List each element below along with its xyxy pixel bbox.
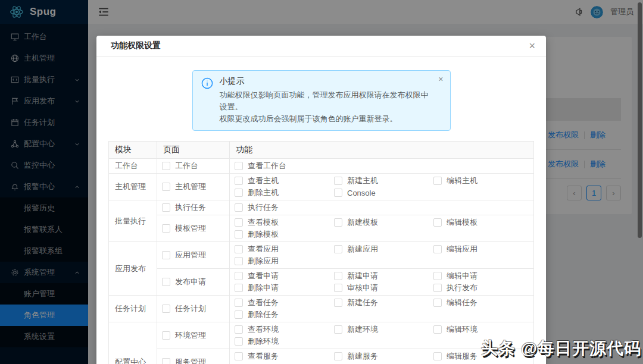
checkbox-icon[interactable] xyxy=(235,299,243,307)
checkbox-icon[interactable] xyxy=(235,272,243,280)
function-checkbox[interactable]: 删除环境 xyxy=(235,336,334,347)
function-checkbox[interactable]: 新建模板 xyxy=(334,217,433,228)
function-checkbox[interactable]: 查看工作台 xyxy=(235,161,334,171)
checkbox-icon[interactable] xyxy=(334,189,342,197)
function-checkbox[interactable]: 编辑任务 xyxy=(433,297,529,308)
checkbox-icon[interactable] xyxy=(433,272,442,280)
checkbox-icon[interactable] xyxy=(433,245,442,253)
function-checkbox[interactable]: 查看应用 xyxy=(235,244,334,255)
checkbox-label: 新建任务 xyxy=(347,297,378,308)
module-cell-4: 任务计划 xyxy=(109,296,157,322)
checkbox-icon[interactable] xyxy=(162,224,170,233)
function-checkbox[interactable]: 查看任务 xyxy=(235,297,334,308)
module-cell-5: 配置中心 xyxy=(109,322,157,364)
checkbox-icon[interactable] xyxy=(162,358,170,364)
checkbox-icon[interactable] xyxy=(334,299,342,307)
modal-close-icon[interactable]: × xyxy=(529,39,535,52)
checkbox-icon[interactable] xyxy=(334,177,342,185)
checkbox-icon[interactable] xyxy=(433,352,442,360)
checkbox-icon[interactable] xyxy=(433,284,442,292)
page-checkbox[interactable]: 工作台 xyxy=(162,161,198,171)
function-checkbox[interactable]: 新建任务 xyxy=(334,297,433,308)
checkbox-icon[interactable] xyxy=(334,325,342,334)
function-checkbox[interactable]: 编辑申请 xyxy=(433,271,529,281)
checkbox-icon[interactable] xyxy=(433,177,442,185)
checkbox-icon[interactable] xyxy=(162,251,170,259)
checkbox-icon[interactable] xyxy=(162,278,170,286)
function-checkbox[interactable]: 编辑模板 xyxy=(433,217,529,228)
checkbox-icon[interactable] xyxy=(235,257,243,265)
checkbox-icon[interactable] xyxy=(235,310,243,319)
checkbox-icon[interactable] xyxy=(334,284,342,292)
checkbox-icon[interactable] xyxy=(235,284,243,292)
checkbox-icon[interactable] xyxy=(235,203,243,212)
checkbox-label: 查看主机 xyxy=(248,175,279,186)
function-checkbox[interactable]: 查看模板 xyxy=(235,217,334,228)
checkbox-icon[interactable] xyxy=(235,352,243,360)
function-grid: 查看任务新建任务编辑任务删除任务 xyxy=(235,297,529,321)
page-checkbox[interactable]: 发布申请 xyxy=(162,277,206,287)
function-checkbox[interactable]: 删除模板 xyxy=(235,229,334,240)
function-checkbox[interactable]: 新建主机 xyxy=(334,175,433,186)
checkbox-icon[interactable] xyxy=(235,337,243,346)
checkbox-icon[interactable] xyxy=(334,245,342,253)
permission-modal: 功能权限设置 × 小提示 功能权限仅影响页面功能，管理发布应用权限请在发布权限中… xyxy=(96,36,546,364)
checkbox-icon[interactable] xyxy=(334,272,342,280)
table-row: 应用发布应用管理查看应用新建应用编辑应用删除应用 xyxy=(109,242,534,269)
checkbox-icon[interactable] xyxy=(433,299,442,307)
function-checkbox[interactable]: 新建服务 xyxy=(334,351,433,362)
checkbox-icon[interactable] xyxy=(235,245,243,253)
page-checkbox[interactable]: 执行任务 xyxy=(162,202,206,213)
checkbox-icon[interactable] xyxy=(235,325,243,334)
info-alert: 小提示 功能权限仅影响页面功能，管理发布应用权限请在发布权限中设置。 权限更改成… xyxy=(192,70,451,131)
function-checkbox[interactable]: 删除任务 xyxy=(235,309,334,320)
page-checkbox[interactable]: 模板管理 xyxy=(162,223,206,234)
checkbox-icon[interactable] xyxy=(235,230,243,239)
checkbox-icon[interactable] xyxy=(235,189,243,197)
permission-table-body: 工作台工作台查看工作台主机管理主机管理查看主机新建主机编辑主机删除主机Conso… xyxy=(109,159,534,364)
function-checkbox[interactable]: Console xyxy=(334,187,433,198)
page-checkbox[interactable]: 任务计划 xyxy=(162,303,206,314)
function-checkbox[interactable]: 新建应用 xyxy=(334,244,433,255)
function-checkbox[interactable]: 新建环境 xyxy=(334,324,433,335)
function-checkbox[interactable]: 删除申请 xyxy=(235,283,334,293)
function-checkbox[interactable]: 审核申请 xyxy=(334,283,433,293)
function-checkbox[interactable]: 执行任务 xyxy=(235,202,334,213)
checkbox-icon[interactable] xyxy=(433,218,442,227)
permission-table: 模块 页面 功能 工作台工作台查看工作台主机管理主机管理查看主机新建主机编辑主机… xyxy=(108,141,534,364)
checkbox-icon[interactable] xyxy=(334,218,342,227)
checkbox-icon[interactable] xyxy=(162,162,170,170)
scrollbar-thumb[interactable] xyxy=(638,2,642,238)
checkbox-icon[interactable] xyxy=(334,352,342,360)
page-checkbox[interactable]: 主机管理 xyxy=(162,181,206,192)
checkbox-icon[interactable] xyxy=(162,203,170,212)
page-root: Spug 工作台主机管理批量执行应用发布任务计划配置中心监控中心报警中心报警历史… xyxy=(0,0,643,364)
checkbox-label: 编辑模板 xyxy=(447,217,477,228)
checkbox-icon[interactable] xyxy=(235,177,243,185)
checkbox-icon[interactable] xyxy=(235,218,243,227)
checkbox-icon[interactable] xyxy=(162,183,170,191)
table-row: 配置中心环境管理查看环境新建环境编辑环境删除环境 xyxy=(109,322,534,349)
function-checkbox[interactable]: 删除应用 xyxy=(235,256,334,266)
checkbox-icon[interactable] xyxy=(162,305,170,313)
function-checkbox[interactable]: 删除主机 xyxy=(235,187,334,198)
function-checkbox[interactable]: 执行发布 xyxy=(433,283,529,293)
checkbox-icon[interactable] xyxy=(433,325,442,334)
page-checkbox[interactable]: 应用管理 xyxy=(162,250,206,261)
page-checkbox[interactable]: 服务管理 xyxy=(162,357,206,364)
function-checkbox[interactable]: 编辑主机 xyxy=(433,175,529,186)
function-checkbox[interactable]: 查看环境 xyxy=(235,324,334,335)
module-cell-2: 批量执行 xyxy=(109,200,157,242)
function-checkbox[interactable]: 编辑环境 xyxy=(433,324,529,335)
function-checkbox[interactable]: 查看申请 xyxy=(235,271,334,281)
function-checkbox[interactable]: 编辑应用 xyxy=(433,244,529,255)
checkbox-icon[interactable] xyxy=(162,331,170,340)
checkbox-label: 查看模板 xyxy=(248,217,279,228)
checkbox-icon[interactable] xyxy=(235,162,243,170)
page-checkbox[interactable]: 环境管理 xyxy=(162,330,206,341)
alert-close-icon[interactable]: × xyxy=(438,74,443,84)
table-row: 批量执行执行任务执行任务 xyxy=(109,200,534,215)
function-checkbox[interactable]: 新建申请 xyxy=(334,271,433,281)
function-checkbox[interactable]: 查看主机 xyxy=(235,175,334,186)
function-checkbox[interactable]: 查看服务 xyxy=(235,351,334,362)
